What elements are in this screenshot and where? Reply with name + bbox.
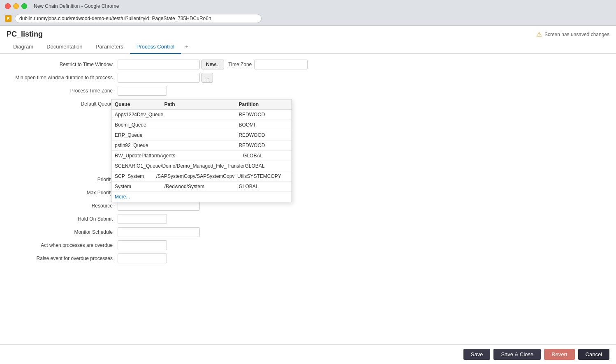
cancel-button[interactable]: Cancel [578,349,609,357]
resource-label: Resource [7,203,118,209]
queue-dropdown: Queue Path Partition Apps1224Dev_Queue R… [111,99,292,202]
raise-event-row: Raise event for overdue processes [7,253,609,264]
form-area: Restrict to Time Window New... Time Zone… [0,54,616,271]
max-priority-row: Max Priority [7,187,609,198]
tab-parameters[interactable]: Parameters [89,40,130,54]
min-open-duration-row: Min open time window duration to fit pro… [7,72,609,83]
queue-path-0 [164,112,239,117]
min-open-duration-dots-button[interactable]: ... [201,73,213,83]
queue-partition-1: BOOMI [239,122,288,128]
act-overdue-row: Act when processes are overdue [7,240,609,251]
queue-name-3: psfin92_Queue [115,143,164,148]
save-close-button[interactable]: Save & Close [493,349,541,357]
queue-row-2[interactable]: ERP_Queue REDWOOD [111,130,292,141]
unsaved-warning-text: Screen has unsaved changes [544,32,609,37]
process-time-zone-row: Process Time Zone [7,85,609,97]
browser-title: New Chain Definition - Google Chrome [34,3,119,9]
queue-path-3 [164,143,239,148]
resource-row: Resource [7,200,609,212]
queue-row-7[interactable]: System /Redwood/System GLOBAL [111,182,292,192]
browser-chrome: New Chain Definition - Google Chrome R [0,0,616,26]
process-time-zone-label: Process Time Zone [7,88,118,94]
min-open-duration-label: Min open time window duration to fit pro… [7,75,118,81]
revert-button[interactable]: Revert [544,349,574,357]
queue-row-1[interactable]: Boomi_Queue BOOMI [111,120,292,130]
queue-path-1 [164,122,239,128]
tab-process-control[interactable]: Process Control [130,40,181,54]
hold-on-submit-label: Hold On Submit [7,216,118,222]
save-button[interactable]: Save [463,349,491,357]
queue-path-4 [175,153,243,159]
col-queue-header: Queue [115,101,164,107]
queue-partition-4: GLOBAL [243,153,288,159]
process-time-zone-input[interactable] [118,86,167,96]
restrict-time-window-input[interactable] [118,60,200,69]
priority-label: Priority [7,177,118,182]
app-window: PC_listing ⚠ Screen has unsaved changes … [0,26,616,357]
unsaved-warning: ⚠ Screen has unsaved changes [536,30,609,38]
time-zone-input[interactable] [254,60,308,69]
queue-path-6: /SAPSystemCopy/SAPSystemCopy_Utils [156,173,247,179]
max-priority-label: Max Priority [7,190,118,196]
maximize-button[interactable] [21,3,27,9]
restrict-time-window-label: Restrict to Time Window [7,62,118,67]
queue-partition-0: REDWOOD [239,112,288,117]
address-input[interactable] [15,14,262,23]
tab-documentation[interactable]: Documentation [40,40,89,54]
col-path-header: Path [164,101,239,107]
hold-on-submit-row: Hold On Submit [7,213,609,225]
queue-partition-2: REDWOOD [239,132,288,138]
queue-path-7: /Redwood/System [164,184,239,189]
queue-row-6[interactable]: SCP_System /SAPSystemCopy/SAPSystemCopy_… [111,171,292,182]
close-button[interactable] [5,3,11,9]
queue-partition-7: GLOBAL [239,184,288,189]
dropdown-header: Queue Path Partition [111,99,292,110]
act-overdue-label: Act when processes are overdue [7,242,118,248]
address-bar-row: R [0,12,616,25]
queue-partition-6: SYSTEMCOPY [247,173,288,179]
monitor-schedule-row: Monitor Schedule [7,226,609,238]
queue-partition-3: REDWOOD [239,143,288,148]
monitor-schedule-label: Monitor Schedule [7,229,118,235]
queue-path-5: /Demo/Demo_Managed_File_Transfer [161,163,245,169]
queue-name-0: Apps1224Dev_Queue [115,112,164,117]
default-queue-label: Default Queue [7,101,118,107]
restrict-time-window-new-button[interactable]: New... [201,60,224,69]
queue-name-1: Boomi_Queue [115,122,164,128]
footer-bar: Save Save & Close Revert Cancel [0,344,616,357]
tab-add-button[interactable]: + [181,40,192,53]
traffic-lights [5,3,27,9]
default-queue-row: Default Queue New... [7,98,609,110]
priority-row: Priority [7,174,609,185]
raise-event-label: Raise event for overdue processes [7,256,118,261]
queue-path-2 [164,132,239,138]
app-header: PC_listing ⚠ Screen has unsaved changes [0,26,616,39]
raise-event-input[interactable] [118,253,167,263]
title-bar: New Chain Definition - Google Chrome [0,0,616,12]
queue-row-3[interactable]: psfin92_Queue REDWOOD [111,141,292,151]
resource-input[interactable] [118,201,200,211]
queue-name-4: RW_UpdatePlatformAgents [115,153,175,159]
tabs-row: Diagram Documentation Parameters Process… [0,40,616,54]
queue-row-5[interactable]: SCENARIO1_Queue /Demo/Demo_Managed_File_… [111,161,292,171]
favicon-icon: R [5,15,12,22]
page-title: PC_listing [7,30,43,39]
queue-name-7: System [115,184,164,189]
queue-partition-5: GLOBAL [245,163,288,169]
col-partition-header: Partition [239,101,288,107]
act-overdue-input[interactable] [118,240,167,250]
queue-row-0[interactable]: Apps1224Dev_Queue REDWOOD [111,110,292,120]
dropdown-more-button[interactable]: More... [111,192,292,202]
queue-name-6: SCP_System [115,173,156,179]
queue-name-2: ERP_Queue [115,132,164,138]
queue-name-5: SCENARIO1_Queue [115,163,161,169]
hold-on-submit-input[interactable] [118,214,167,224]
restrict-time-window-row: Restrict to Time Window New... Time Zone [7,59,609,70]
tab-diagram[interactable]: Diagram [7,40,40,54]
queue-row-4[interactable]: RW_UpdatePlatformAgents GLOBAL [111,151,292,161]
time-zone-label: Time Zone [228,62,252,67]
minimize-button[interactable] [13,3,19,9]
min-open-duration-input[interactable] [118,73,200,83]
monitor-schedule-input[interactable] [118,227,200,237]
warning-icon: ⚠ [536,30,542,38]
